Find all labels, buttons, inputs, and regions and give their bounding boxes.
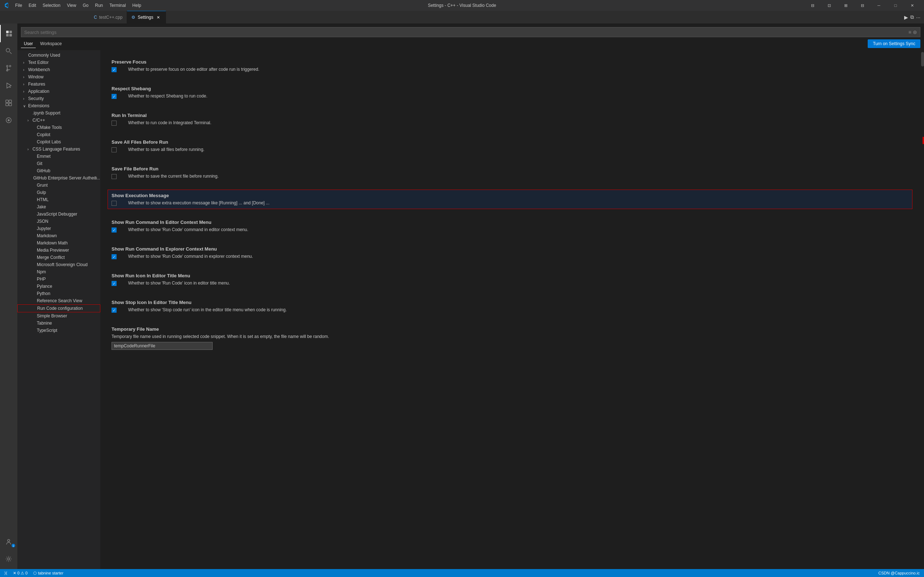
settings-tab-user[interactable]: User xyxy=(21,40,36,48)
settings-search-bar[interactable]: ≡ ⊛ xyxy=(21,27,921,37)
nav-ref-search[interactable]: Reference Search View xyxy=(17,297,100,305)
activity-accounts[interactable]: 1 xyxy=(0,533,17,550)
nav-tabnine[interactable]: Tabnine xyxy=(17,319,100,327)
nav-markdown-math[interactable]: Markdown Math xyxy=(17,239,100,247)
nav-label-text-editor: Text Editor xyxy=(28,60,49,65)
menu-view[interactable]: View xyxy=(64,2,79,10)
nav-security[interactable]: › Security xyxy=(17,95,100,102)
nav-github-enterprise[interactable]: GitHub Enterprise Server Authen... ⚙ xyxy=(17,174,100,182)
nav-extensions[interactable]: ∨ Extensions xyxy=(17,102,100,110)
menu-selection[interactable]: Selection xyxy=(40,2,63,10)
nav-workbench[interactable]: › Workbench xyxy=(17,66,100,73)
nav-npm[interactable]: Npm xyxy=(17,268,100,276)
settings-tab-workspace[interactable]: Workspace xyxy=(37,40,64,48)
tab-testcpp[interactable]: C testC++.cpp xyxy=(90,11,127,24)
setting-temp-file-name-input[interactable] xyxy=(111,342,212,350)
svg-point-15 xyxy=(8,119,10,121)
nav-cmake[interactable]: CMake Tools xyxy=(17,124,100,131)
status-remote[interactable]: ⟩⟨ xyxy=(3,571,9,575)
nav-js-debugger[interactable]: JavaScript Debugger xyxy=(17,211,100,218)
menu-file[interactable]: File xyxy=(12,2,25,10)
status-errors[interactable]: ✕ 0 ⚠ 0 xyxy=(11,571,29,575)
custom-layout-icon[interactable]: ⊟ xyxy=(854,0,871,11)
nav-simple-browser[interactable]: Simple Browser xyxy=(17,312,100,319)
setting-respect-shebang-checkbox[interactable] xyxy=(111,94,117,99)
github-enterprise-gear-icon[interactable]: ⚙ xyxy=(93,176,98,181)
activity-remote[interactable] xyxy=(0,111,17,129)
remote-status-icon: ⟩⟨ xyxy=(4,571,7,575)
nav-application[interactable]: › Application xyxy=(17,88,100,95)
nav-html[interactable]: HTML xyxy=(17,196,100,203)
nav-cpp[interactable]: › C/C++ xyxy=(17,117,100,124)
filter-icon[interactable]: ≡ xyxy=(908,29,911,35)
setting-run-in-terminal-checkbox[interactable] xyxy=(111,121,117,126)
maximize-button[interactable]: □ xyxy=(887,0,904,11)
nav-grunt[interactable]: Grunt xyxy=(17,182,100,189)
menu-run[interactable]: Run xyxy=(92,2,106,10)
setting-save-all-files-checkbox[interactable] xyxy=(111,147,117,152)
sidebar-layout-icon[interactable]: ⊡ xyxy=(821,0,837,11)
nav-git[interactable]: Git xyxy=(17,160,100,167)
nav-json[interactable]: JSON xyxy=(17,218,100,225)
split-editor-icon[interactable]: ⧉ xyxy=(910,14,914,20)
setting-show-run-command-editor-checkbox[interactable] xyxy=(111,227,117,232)
more-actions-icon[interactable]: ··· xyxy=(916,15,921,20)
nav-copilot-labs[interactable]: Copilot Labs xyxy=(17,138,100,145)
status-csdn[interactable]: CSDN @Cappuccino.ic xyxy=(877,571,921,575)
status-tabnine[interactable]: ⬡ tabnine starter xyxy=(32,571,64,575)
nav-window[interactable]: › Window xyxy=(17,73,100,81)
activity-run-debug[interactable] xyxy=(0,77,17,94)
setting-show-stop-icon-checkbox[interactable] xyxy=(111,308,117,313)
run-icon[interactable]: ▶ xyxy=(904,15,908,20)
setting-save-file-before-run-checkbox[interactable] xyxy=(111,174,117,179)
tab-settings-close[interactable]: ✕ xyxy=(156,15,161,20)
nav-copilot[interactable]: Copilot xyxy=(17,131,100,138)
nav-label-extensions: Extensions xyxy=(28,103,50,108)
setting-preserve-focus-checkbox[interactable] xyxy=(111,67,117,72)
setting-show-run-command-explorer-checkbox[interactable] xyxy=(111,254,117,259)
close-button[interactable]: ✕ xyxy=(904,0,921,11)
nav-ipynb[interactable]: .ipynb Support xyxy=(17,110,100,117)
turn-on-sync-button[interactable]: Turn on Settings Sync xyxy=(868,39,921,48)
panel-layout-icon[interactable]: ⊟ xyxy=(804,0,821,11)
menu-edit[interactable]: Edit xyxy=(26,2,39,10)
menu-go[interactable]: Go xyxy=(80,2,91,10)
activity-search[interactable] xyxy=(0,42,17,60)
setting-show-stop-icon-title: Show Stop Icon In Editor Title Menu xyxy=(111,300,908,305)
activity-settings-gear[interactable] xyxy=(0,550,17,567)
activity-explorer[interactable] xyxy=(0,25,17,42)
nav-github[interactable]: GitHub xyxy=(17,167,100,174)
activity-layout-icon[interactable]: ⊞ xyxy=(837,0,854,11)
nav-jupyter[interactable]: Jupyter xyxy=(17,225,100,232)
nav-emmet[interactable]: Emmet xyxy=(17,153,100,160)
menu-terminal[interactable]: Terminal xyxy=(106,2,129,10)
nav-run-code[interactable]: Run Code configuration xyxy=(17,305,100,312)
minimize-button[interactable]: ─ xyxy=(871,0,887,11)
nav-jake[interactable]: Jake xyxy=(17,203,100,211)
activity-source-control[interactable] xyxy=(0,60,17,77)
nav-label-merge-conflict: Merge Conflict xyxy=(37,255,64,260)
nav-typescript[interactable]: TypeScript xyxy=(17,327,100,334)
nav-commonly-used[interactable]: Commonly Used xyxy=(17,52,100,59)
nav-ms-sovereign[interactable]: Microsoft Sovereign Cloud xyxy=(17,261,100,268)
tab-settings[interactable]: ⚙ Settings ✕ xyxy=(127,11,166,24)
menu-help[interactable]: Help xyxy=(130,2,145,10)
setting-show-run-icon-row: Whether to show 'Run Code' icon in edito… xyxy=(111,280,908,286)
nav-gulp[interactable]: Gulp xyxy=(17,189,100,196)
setting-show-run-icon-checkbox[interactable] xyxy=(111,281,117,286)
scrollbar-thumb[interactable] xyxy=(921,52,924,66)
nav-media-previewer[interactable]: Media Previewer xyxy=(17,247,100,254)
nav-merge-conflict[interactable]: Merge Conflict xyxy=(17,254,100,261)
activity-extensions[interactable] xyxy=(0,94,17,111)
nav-php[interactable]: PHP xyxy=(17,276,100,283)
setting-show-execution-message-checkbox[interactable] xyxy=(111,201,117,206)
nav-python[interactable]: Python xyxy=(17,290,100,297)
nav-markdown[interactable]: Markdown xyxy=(17,232,100,239)
settings-search-input[interactable] xyxy=(24,30,908,35)
clear-icon[interactable]: ⊛ xyxy=(913,29,917,35)
nav-pylance[interactable]: Pylance xyxy=(17,283,100,290)
nav-text-editor[interactable]: › Text Editor xyxy=(17,59,100,66)
settings-panel: ≡ ⊛ User Workspace Turn on Settings Sync xyxy=(17,24,924,569)
nav-css[interactable]: › CSS Language Features xyxy=(17,145,100,153)
nav-features[interactable]: › Features xyxy=(17,81,100,88)
